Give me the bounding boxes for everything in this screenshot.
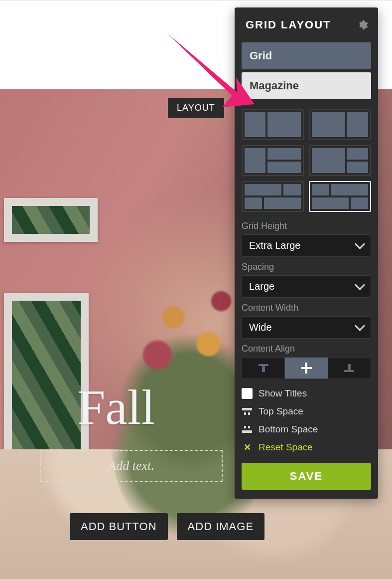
show-titles-label: Show Titles (259, 388, 307, 399)
svg-rect-4 (348, 364, 351, 370)
save-button[interactable]: SAVE (242, 463, 371, 490)
add-image-button[interactable]: ADD IMAGE (177, 513, 264, 540)
align-bottom-button[interactable] (328, 358, 371, 379)
top-space-toggle[interactable]: Top Space (242, 406, 371, 417)
grid-layout-panel: GRID LAYOUT Grid Magazine Grid Height Ex… (235, 7, 378, 499)
svg-rect-5 (344, 370, 354, 372)
content-width-select[interactable]: Wide (242, 316, 371, 339)
grid-height-select[interactable]: Extra Large (242, 234, 371, 257)
panel-title: GRID LAYOUT (246, 18, 331, 31)
decor-frame (4, 198, 98, 242)
close-icon: ✕ (242, 442, 253, 453)
layout-thumb-5[interactable] (242, 181, 304, 212)
grid-height-label: Grid Height (242, 221, 371, 231)
spacing-select[interactable]: Large (242, 275, 371, 298)
content-align-group (242, 357, 371, 379)
layout-thumb-4[interactable] (309, 145, 371, 176)
layout-type-magazine[interactable]: Magazine (242, 72, 371, 99)
top-space-icon (242, 408, 253, 415)
svg-rect-0 (259, 364, 268, 366)
reset-space-button[interactable]: ✕ Reset Space (242, 442, 371, 453)
content-align-label: Content Align (242, 344, 371, 354)
layout-thumbnails (242, 109, 371, 212)
spacing-label: Spacing (242, 262, 371, 272)
svg-rect-10 (248, 426, 250, 428)
svg-rect-6 (242, 408, 252, 410)
add-button-button[interactable]: ADD BUTTON (70, 513, 168, 540)
svg-rect-1 (262, 366, 265, 372)
top-space-label: Top Space (259, 406, 303, 417)
svg-rect-9 (244, 426, 246, 428)
gear-icon[interactable] (348, 18, 369, 31)
layout-thumb-6[interactable] (309, 181, 371, 212)
layout-thumb-2[interactable] (309, 109, 371, 140)
align-top-icon (257, 363, 270, 373)
hero-title: Fall (0, 379, 233, 436)
bottom-space-toggle[interactable]: Bottom Space (242, 424, 371, 435)
layout-type-grid[interactable]: Grid (242, 42, 371, 69)
svg-rect-3 (301, 367, 312, 369)
hero-buttons: ADD BUTTON ADD IMAGE (70, 513, 264, 540)
checkbox-icon (242, 388, 253, 399)
reset-space-label: Reset Space (259, 442, 313, 453)
decor-frame (4, 293, 89, 507)
bottom-space-icon (242, 426, 253, 433)
align-bottom-icon (343, 363, 356, 373)
content-width-label: Content Width (242, 303, 371, 313)
align-center-button[interactable] (284, 358, 327, 379)
show-titles-checkbox[interactable]: Show Titles (242, 388, 371, 399)
svg-rect-8 (248, 412, 250, 415)
align-top-button[interactable] (242, 358, 284, 379)
panel-header: GRID LAYOUT (235, 7, 378, 42)
layout-tag[interactable]: LAYOUT (168, 98, 224, 118)
add-text-placeholder[interactable]: Add text. (40, 450, 223, 482)
bottom-space-label: Bottom Space (259, 424, 318, 435)
svg-rect-11 (242, 430, 252, 433)
align-center-icon (300, 362, 313, 375)
layout-thumb-3[interactable] (242, 145, 304, 176)
svg-rect-7 (244, 412, 246, 415)
layout-thumb-1[interactable] (242, 109, 304, 140)
